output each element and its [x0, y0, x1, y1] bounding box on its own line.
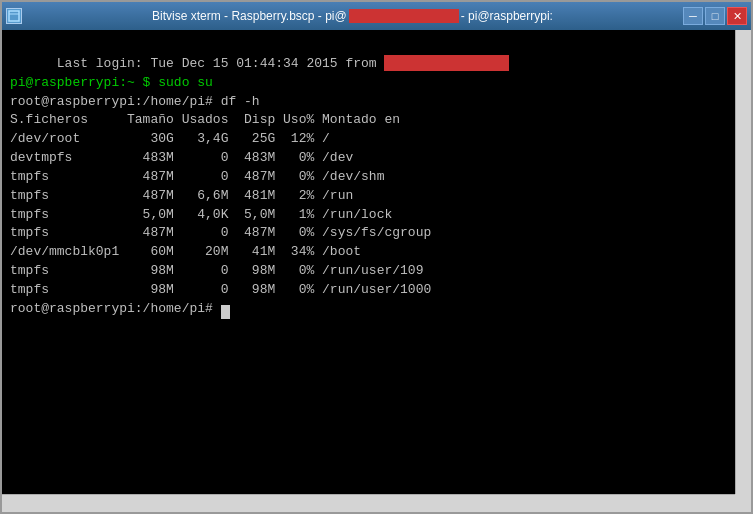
horizontal-scrollbar[interactable]: [2, 494, 735, 512]
line11: /dev/mmcblk0p1 60M 20M 41M 34% /boot: [10, 244, 361, 259]
line12: tmpfs 98M 0 98M 0% /run/user/109: [10, 263, 423, 278]
cursor: [221, 305, 230, 319]
line8: tmpfs 487M 6,6M 481M 2% /run: [10, 188, 353, 203]
app-icon: [6, 8, 22, 24]
vertical-scrollbar[interactable]: [735, 30, 751, 494]
line10: tmpfs 487M 0 487M 0% /sys/fs/cgroup: [10, 225, 431, 240]
line5: /dev/root 30G 3,4G 25G 12% /: [10, 131, 330, 146]
line13: tmpfs 98M 0 98M 0% /run/user/1000: [10, 282, 431, 297]
titlebar-buttons: ─ □ ✕: [683, 7, 747, 25]
line1: Last login: Tue Dec 15 01:44:34 2015 fro…: [57, 56, 509, 71]
titlebar-left: [6, 8, 22, 24]
ip-redacted: [384, 55, 509, 71]
title-text-prefix: Bitvise xterm - Raspberry.bscp - pi@: [152, 9, 347, 23]
line9: tmpfs 5,0M 4,0K 5,0M 1% /run/lock: [10, 207, 392, 222]
titlebar-title-area: Bitvise xterm - Raspberry.bscp - pi@ - p…: [22, 9, 683, 23]
line3: root@raspberrypi:/home/pi# df -h: [10, 94, 260, 109]
window: Bitvise xterm - Raspberry.bscp - pi@ - p…: [0, 0, 753, 514]
line2: pi@raspberrypi:~ $ sudo su: [10, 75, 213, 90]
terminal-area[interactable]: Last login: Tue Dec 15 01:44:34 2015 fro…: [2, 30, 751, 512]
line7: tmpfs 487M 0 487M 0% /dev/shm: [10, 169, 384, 184]
titlebar: Bitvise xterm - Raspberry.bscp - pi@ - p…: [2, 2, 751, 30]
maximize-button[interactable]: □: [705, 7, 725, 25]
titlebar-redacted: [349, 9, 459, 23]
close-button[interactable]: ✕: [727, 7, 747, 25]
terminal-output: Last login: Tue Dec 15 01:44:34 2015 fro…: [10, 36, 743, 338]
line4: S.ficheros Tamaño Usados Disp Uso% Monta…: [10, 112, 400, 127]
scrollbar-corner: [735, 494, 751, 512]
minimize-button[interactable]: ─: [683, 7, 703, 25]
line6: devtmpfs 483M 0 483M 0% /dev: [10, 150, 353, 165]
title-text-suffix: - pi@raspberrypi:: [461, 9, 553, 23]
svg-rect-0: [9, 11, 19, 21]
line14: root@raspberrypi:/home/pi#: [10, 301, 230, 316]
